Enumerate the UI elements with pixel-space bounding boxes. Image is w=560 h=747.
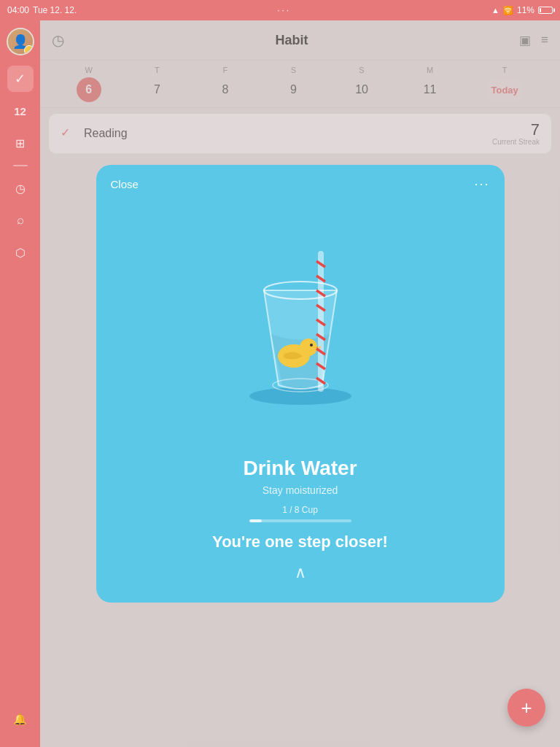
- water-glass-svg: [224, 239, 377, 407]
- sidebar-item-clock[interactable]: ◷: [7, 175, 34, 201]
- svg-point-0: [249, 387, 351, 405]
- signal-icon: ▲: [491, 6, 499, 15]
- grid-icon: ⊞: [15, 136, 25, 150]
- avatar-image: 👤: [8, 29, 33, 54]
- clock-icon: ◷: [15, 182, 26, 196]
- avatar[interactable]: 👤: [7, 28, 34, 55]
- modal-more-button[interactable]: ···: [474, 177, 489, 192]
- status-right: ▲ 🛜 11%: [491, 5, 553, 15]
- modal-overlay[interactable]: Close ···: [40, 20, 560, 747]
- sidebar-item-bell[interactable]: 🔔: [7, 706, 34, 732]
- sidebar-item-calendar[interactable]: 12: [7, 98, 34, 124]
- fab-add-button[interactable]: +: [508, 689, 545, 727]
- battery-indicator: [538, 7, 553, 14]
- bell-icon: 🔔: [13, 713, 27, 726]
- status-bar: 04:00 Tue 12. 12. ··· ▲ 🛜 11%: [0, 0, 560, 20]
- modal-close-button[interactable]: Close: [111, 178, 139, 190]
- svg-point-4: [300, 338, 317, 356]
- modal-encourage-text: You're one step closer!: [212, 533, 388, 551]
- time-display: 04:00: [7, 5, 29, 15]
- modal-top-bar: Close ···: [96, 165, 505, 204]
- sidebar-bottom: 🔔: [7, 706, 34, 732]
- shield-icon: ⬡: [15, 246, 26, 260]
- modal-progress-fill: [249, 519, 262, 522]
- battery-level: 11%: [517, 5, 534, 15]
- calendar-icon: 12: [14, 105, 26, 117]
- sidebar-divider: [13, 165, 28, 166]
- modal-card: Close ···: [96, 165, 505, 603]
- date-display: Tue 12. 12.: [33, 5, 77, 15]
- checkmark-icon: ✓: [15, 71, 26, 87]
- modal-habit-subtitle: Stay moisturized: [262, 484, 338, 496]
- sidebar-item-tasks[interactable]: ✓: [7, 66, 34, 92]
- modal-habit-title: Drink Water: [243, 457, 357, 480]
- sidebar: 👤 ✓ 12 ⊞ ◷ ⌕ ⬡ 🔔: [0, 20, 40, 747]
- modal-progress-label: 1 / 8 Cup: [282, 505, 318, 515]
- sidebar-item-search[interactable]: ⌕: [7, 207, 34, 233]
- status-left: 04:00 Tue 12. 12.: [7, 5, 77, 15]
- modal-progress-bar: [249, 519, 351, 522]
- wifi-icon: 🛜: [503, 6, 513, 15]
- sidebar-item-shield[interactable]: ⬡: [7, 239, 34, 266]
- sidebar-item-grid[interactable]: ⊞: [7, 130, 34, 156]
- main-content: ◷ Habit ▣ ≡ W 6 T 7 F 8 S 9 S 10 M: [40, 20, 560, 747]
- search-icon: ⌕: [17, 213, 24, 228]
- modal-info: Drink Water Stay moisturized 1 / 8 Cup Y…: [96, 449, 505, 603]
- svg-point-5: [310, 344, 313, 347]
- status-dots: ···: [277, 5, 291, 15]
- duck-illustration: [96, 196, 505, 449]
- modal-chevron-up-icon[interactable]: ∧: [295, 563, 306, 582]
- fab-plus-icon: +: [521, 697, 532, 719]
